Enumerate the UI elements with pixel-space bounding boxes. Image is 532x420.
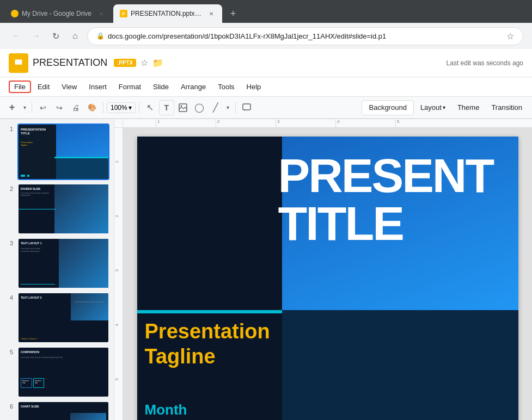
- slide-thumb-3[interactable]: TEXT LAYOUT 1 Lorem ipsum dolor sit amet…: [17, 238, 109, 289]
- canvas-row: 1 2 3 4 5: [114, 128, 532, 420]
- refresh-button[interactable]: ↻: [48, 28, 63, 44]
- thumb6-title: CHART SLIDE: [21, 405, 39, 408]
- vertical-ruler: 1 2 3 4 5: [114, 128, 123, 420]
- canvas-title-line1: PRESENT: [278, 152, 493, 200]
- slide-item-2[interactable]: 2 DIVIDER SLIDE Lorem ipsum dolor sit am…: [4, 183, 109, 234]
- gdrive-favicon: [11, 10, 19, 17]
- svg-rect-1: [15, 59, 22, 64]
- thumb1-tagline: PresentationTagline: [21, 141, 33, 146]
- canvas-title-line2: TITLE: [278, 200, 493, 248]
- menu-view[interactable]: View: [56, 81, 82, 93]
- browser-chrome: My Drive - Google Drive ✕ P PRESENTATION…: [0, 0, 532, 49]
- home-button[interactable]: ⌂: [68, 28, 83, 44]
- url-bar[interactable]: 🔒 docs.google.com/presentation/d/1bpokD3…: [87, 27, 523, 45]
- canvas-tagline-line2: Tagline: [145, 344, 270, 369]
- comment-tool[interactable]: [239, 100, 254, 115]
- slide-item-5[interactable]: 5 COMPARISON Lorem ipsum dolor sit amet …: [4, 347, 109, 398]
- tab-slides[interactable]: P PRESENTATION.pptx - Google Sl... ✕: [113, 4, 222, 23]
- line-tool[interactable]: ╱: [208, 100, 223, 115]
- line-dropdown[interactable]: ▾: [224, 100, 232, 115]
- add-button[interactable]: +: [4, 100, 20, 115]
- slide-item-4[interactable]: 4 TEXT LAYOUT 2 Lorem ipsum dolor sit am…: [4, 292, 109, 343]
- print-button[interactable]: 🖨: [68, 100, 83, 115]
- ruler-mark-4: 4: [335, 119, 339, 127]
- background-label: Background: [369, 103, 406, 112]
- layout-label: Layout: [420, 103, 442, 112]
- ruler-row: 1 2 3 4 5: [114, 119, 532, 128]
- thumb3-title: TEXT LAYOUT 1: [21, 242, 41, 245]
- thumb3-body: Lorem ipsum dolor sit ametconsectetur ad…: [21, 248, 55, 252]
- canvas-month: Month: [145, 402, 187, 418]
- slide-item-3[interactable]: 3 TEXT LAYOUT 1 Lorem ipsum dolor sit am…: [4, 238, 109, 289]
- ruler-v-mark-2: 2: [114, 215, 119, 217]
- slide-number-6: 6: [4, 401, 13, 410]
- ruler-mark-5: 5: [395, 119, 399, 127]
- undo-button[interactable]: ↩: [35, 100, 51, 115]
- slide-item-1[interactable]: 1 PRESENTATIONTITLE PresentationTagline: [4, 123, 109, 180]
- theme-button[interactable]: Theme: [452, 100, 485, 115]
- thumb1-title: PRESENTATIONTITLE: [21, 128, 46, 135]
- thumb2-title: DIVIDER SLIDE: [21, 187, 40, 190]
- back-button[interactable]: ←: [9, 28, 24, 44]
- svg-point-5: [180, 105, 182, 107]
- layout-button[interactable]: Layout ▾: [415, 100, 451, 115]
- text-tool[interactable]: T: [159, 100, 174, 115]
- slide-canvas[interactable]: PRESENT TITLE Presentation Tagline Month: [137, 137, 518, 420]
- tab-slides-label: PRESENTATION.pptx - Google Sl...: [131, 10, 201, 17]
- layout-arrow-icon: ▾: [443, 104, 445, 110]
- ruler-mark-1: 1: [156, 119, 160, 127]
- zoom-control[interactable]: 100% ▾: [107, 102, 136, 113]
- cursor-tool[interactable]: ↖: [143, 100, 158, 115]
- ruler-v-mark-1: 1: [114, 160, 119, 163]
- zoom-value: 100%: [111, 104, 127, 112]
- slide-thumb-5[interactable]: COMPARISON Lorem ipsum dolor sit amet co…: [17, 347, 109, 398]
- slide-panel: 1 PRESENTATIONTITLE PresentationTagline: [0, 119, 114, 420]
- address-bar: ← → ↻ ⌂ 🔒 docs.google.com/presentation/d…: [0, 23, 532, 49]
- menu-edit[interactable]: Edit: [32, 81, 55, 93]
- ruler-v-mark-4: 4: [114, 324, 119, 326]
- background-button[interactable]: Background: [362, 100, 413, 115]
- menu-help[interactable]: Help: [241, 81, 267, 93]
- tab-slides-close[interactable]: ✕: [207, 9, 216, 18]
- new-tab-button[interactable]: +: [225, 6, 241, 21]
- app-header: PRESENTATION .PPTX ☆ 📁 Last edit was sec…: [0, 49, 532, 119]
- menu-tools[interactable]: Tools: [212, 81, 240, 93]
- slide-thumb-2[interactable]: DIVIDER SLIDE Lorem ipsum dolor sit amet…: [17, 183, 109, 234]
- slide-thumb-4[interactable]: TEXT LAYOUT 2 Lorem ipsum dolor sit amet…: [17, 292, 109, 343]
- redo-button[interactable]: ↪: [52, 100, 67, 115]
- transition-button[interactable]: Transition: [486, 100, 528, 115]
- menu-arrange[interactable]: Arrange: [175, 81, 211, 93]
- dropdown-arrow[interactable]: ▾: [21, 100, 28, 115]
- canvas-tagline-line1: Presentation: [145, 319, 270, 344]
- canvas-cyan-bar: [137, 310, 282, 313]
- slide-thumb-6[interactable]: CHART SLIDE: [17, 401, 109, 420]
- title-icons: ☆ 📁: [140, 58, 163, 68]
- menu-bar: File Edit View Insert Format Slide Arran…: [0, 77, 532, 97]
- folder-icon[interactable]: 📁: [152, 58, 163, 68]
- menu-file[interactable]: File: [9, 81, 31, 93]
- sep-4: [235, 102, 236, 113]
- canvas-left-panel: [137, 137, 282, 420]
- slide-item-6[interactable]: 6 CHART SLIDE: [4, 401, 109, 420]
- horizontal-ruler: 1 2 3 4 5: [123, 119, 532, 128]
- menu-format[interactable]: Format: [113, 81, 146, 93]
- tab-gdrive[interactable]: My Drive - Google Drive ✕: [4, 4, 112, 23]
- star-icon[interactable]: ☆: [140, 58, 148, 68]
- bookmark-icon[interactable]: ☆: [506, 31, 514, 41]
- url-text: docs.google.com/presentation/d/1bpokD3IA…: [108, 32, 503, 40]
- tab-gdrive-close[interactable]: ✕: [97, 9, 106, 18]
- shape-tool[interactable]: ◯: [192, 100, 207, 115]
- forward-button[interactable]: →: [28, 28, 44, 44]
- slide-thumb-1[interactable]: PRESENTATIONTITLE PresentationTagline: [17, 123, 109, 180]
- app-icon: [9, 53, 28, 73]
- menu-insert[interactable]: Insert: [83, 81, 112, 93]
- paint-button[interactable]: 🎨: [84, 100, 100, 115]
- sep-3: [139, 102, 139, 113]
- last-edit-text[interactable]: Last edit was seconds ago: [447, 59, 523, 67]
- lock-icon: 🔒: [96, 32, 105, 40]
- sep-1: [32, 102, 32, 113]
- zoom-dropdown-icon: ▾: [129, 104, 132, 112]
- menu-slide[interactable]: Slide: [148, 81, 174, 93]
- image-tool[interactable]: [175, 100, 191, 115]
- svg-rect-2: [17, 66, 20, 67]
